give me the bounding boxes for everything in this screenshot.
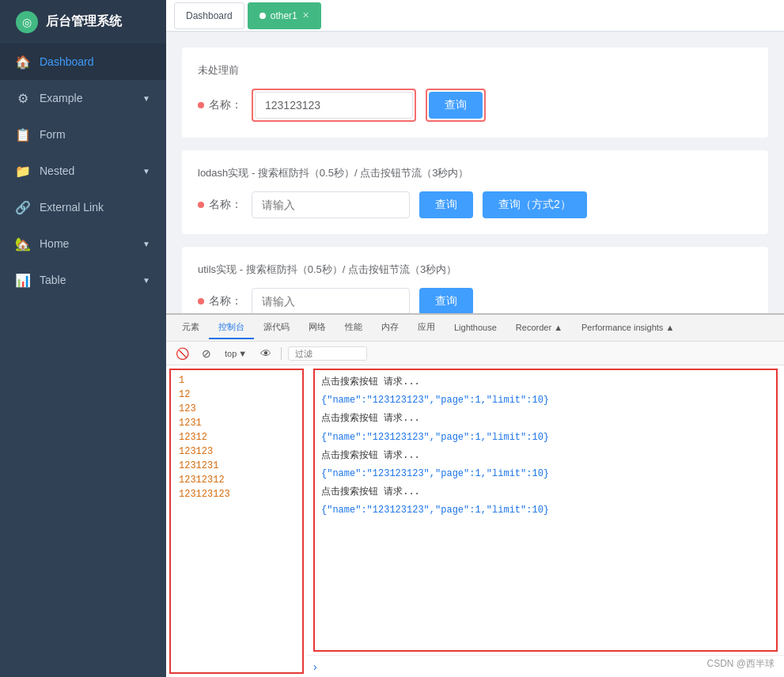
section1-input[interactable] — [255, 92, 413, 119]
log-list-wrapper: 1 12 123 1231 12312 123123 1231231 12312… — [169, 369, 304, 674]
tab-dot — [259, 13, 266, 19]
sidebar-item-dashboard[interactable]: 🏠 Dashboard — [0, 43, 166, 80]
tab-dashboard-label: Dashboard — [186, 10, 233, 21]
required-dot-3 — [198, 298, 204, 304]
main-content: Dashboard other1 ✕ 未处理前 名称： — [166, 0, 784, 677]
sidebar: ◎ 后台管理系统 🏠 Dashboard ⚙ Example ▼ 📋 Form … — [0, 0, 166, 677]
tab-other1[interactable]: other1 ✕ — [248, 2, 321, 29]
form-icon: 📋 — [16, 127, 30, 142]
logo-text: 后台管理系统 — [46, 13, 122, 30]
watermark: CSDN @西半球 — [706, 657, 775, 671]
log-entry-3[interactable]: 123 — [171, 402, 302, 416]
sidebar-item-external-link[interactable]: 🔗 External Link — [0, 189, 166, 225]
console-line-7: 点击搜索按钮 请求... — [318, 483, 773, 501]
sidebar-label-nested: Nested — [40, 165, 142, 177]
console-line-3: 点击搜索按钮 请求... — [318, 410, 773, 428]
eye-icon[interactable]: 👁 — [257, 346, 275, 361]
section1-label: 名称： — [198, 98, 242, 112]
console-line-4: {"name":"123123123","page":1,"limit":10} — [318, 429, 773, 447]
devtools-tab-performance[interactable]: 性能 — [335, 316, 372, 339]
section3-label: 名称： — [198, 294, 242, 308]
example-icon: ⚙ — [16, 91, 30, 105]
required-dot-2 — [198, 202, 204, 208]
console-line-5: 点击搜索按钮 请求... — [318, 447, 773, 465]
section2-label: 名称： — [198, 198, 242, 212]
log-entry-1[interactable]: 1 — [171, 373, 302, 388]
log-entry-5[interactable]: 12312 — [171, 430, 302, 444]
sidebar-item-home[interactable]: 🏡 Home ▼ — [0, 225, 166, 262]
devtools-tab-elements[interactable]: 元素 — [172, 316, 209, 339]
section1-input-wrapper — [252, 89, 416, 122]
section2-query-button[interactable]: 查询 — [419, 191, 473, 218]
console-bottom-area: 点击搜索按钮 请求... {"name":"123123123","page":… — [307, 365, 784, 677]
sidebar-item-example[interactable]: ⚙ Example ▼ — [0, 80, 166, 116]
section1: 未处理前 名称： 查询 — [182, 47, 768, 138]
logo-icon: ◎ — [16, 11, 38, 33]
top-select[interactable]: top ▼ — [221, 346, 251, 361]
section3-query-button[interactable]: 查询 — [419, 288, 473, 313]
console-line-2: {"name":"123123123","page":1,"limit":10} — [318, 391, 773, 410]
log-entry-9[interactable]: 123123123 — [171, 487, 302, 501]
table-icon: 📊 — [16, 273, 30, 287]
log-entry-4[interactable]: 1231 — [171, 416, 302, 430]
clear-icon[interactable]: ⊘ — [199, 346, 214, 361]
tab-dashboard[interactable]: Dashboard — [174, 2, 244, 29]
chevron-down-icon-nested: ▼ — [142, 167, 150, 176]
console-line-8: {"name":"123123123","page":1,"limit":10} — [318, 501, 773, 520]
sidebar-label-external: External Link — [40, 201, 150, 214]
tabs-bar: Dashboard other1 ✕ — [166, 0, 784, 32]
chevron-down-icon-home: ▼ — [142, 240, 150, 248]
devtools-tab-network[interactable]: 网络 — [299, 316, 335, 339]
section2-query2-button[interactable]: 查询（方式2） — [483, 191, 587, 218]
external-link-icon: 🔗 — [16, 200, 30, 214]
section2-form-row: 名称： 查询 查询（方式2） — [198, 191, 752, 218]
log-entry-2[interactable]: 12 — [171, 388, 302, 402]
page-content: 未处理前 名称： 查询 lodash实现 - 搜索框防抖（0.5秒）/ — [166, 32, 784, 313]
sidebar-item-label: Dashboard — [40, 55, 150, 68]
devtools-tab-performance-insights[interactable]: Performance insights ▲ — [572, 318, 684, 338]
devtools-tab-sources[interactable]: 源代码 — [254, 316, 299, 339]
log-entry-8[interactable]: 12312312 — [171, 473, 302, 487]
home-icon: 🏡 — [16, 236, 30, 251]
sidebar-item-form[interactable]: 📋 Form — [0, 116, 166, 153]
devtools-tab-lighthouse[interactable]: Lighthouse — [445, 318, 506, 338]
sidebar-item-nested[interactable]: 📁 Nested ▼ — [0, 153, 166, 189]
section3-input[interactable] — [252, 288, 410, 313]
sidebar-label-example: Example — [40, 92, 142, 104]
chevron-icon: ▼ — [238, 349, 247, 358]
filter-input[interactable] — [288, 346, 367, 361]
devtools: 元素 控制台 源代码 网络 性能 内存 应用 — [166, 313, 784, 677]
devtools-tabs: 元素 控制台 源代码 网络 性能 内存 应用 — [166, 315, 784, 342]
block-icon[interactable]: 🚫 — [172, 346, 192, 361]
log-entry-7[interactable]: 1231231 — [171, 459, 302, 473]
close-icon[interactable]: ✕ — [302, 10, 309, 21]
required-dot — [198, 102, 204, 108]
toolbar-divider — [281, 347, 282, 360]
sidebar-menu: 🏠 Dashboard ⚙ Example ▼ 📋 Form 📁 Nested … — [0, 43, 166, 677]
devtools-tab-application[interactable]: 应用 — [408, 316, 445, 339]
section2-title: lodash实现 - 搜索框防抖（0.5秒）/ 点击按钮节流（3秒内） — [198, 166, 752, 180]
devtools-toolbar: 🚫 ⊘ top ▼ 👁 — [166, 342, 784, 365]
section1-btn-wrapper: 查询 — [426, 89, 486, 122]
console-bottom-logs: 点击搜索按钮 请求... {"name":"123123123","page":… — [313, 369, 778, 652]
console-line-1: 点击搜索按钮 请求... — [318, 373, 773, 391]
section2-input[interactable] — [252, 191, 410, 218]
devtools-tab-recorder[interactable]: Recorder ▲ — [506, 318, 572, 338]
sidebar-logo: ◎ 后台管理系统 — [0, 0, 166, 43]
section3-form-row: 名称： 查询 — [198, 288, 752, 313]
console-line-6: {"name":"123123123","page":1,"limit":10} — [318, 465, 773, 483]
sidebar-item-table[interactable]: 📊 Table ▼ — [0, 262, 166, 298]
section1-query-button[interactable]: 查询 — [429, 92, 483, 119]
log-entry-6[interactable]: 123123 — [171, 444, 302, 459]
devtools-content: 1 12 123 1231 12312 123123 1231231 12312… — [166, 365, 784, 677]
console-prompt: › — [313, 660, 317, 673]
nested-icon: 📁 — [16, 164, 30, 178]
tab-other1-label: other1 — [271, 10, 297, 21]
devtools-tab-console[interactable]: 控制台 — [209, 316, 254, 339]
sidebar-label-table: Table — [40, 274, 142, 286]
chevron-down-icon-table: ▼ — [142, 276, 150, 285]
sidebar-label-home: Home — [40, 237, 142, 250]
devtools-tab-memory[interactable]: 内存 — [372, 316, 408, 339]
section2: lodash实现 - 搜索框防抖（0.5秒）/ 点击按钮节流（3秒内） 名称： … — [182, 150, 768, 234]
chevron-down-icon: ▼ — [142, 94, 150, 103]
